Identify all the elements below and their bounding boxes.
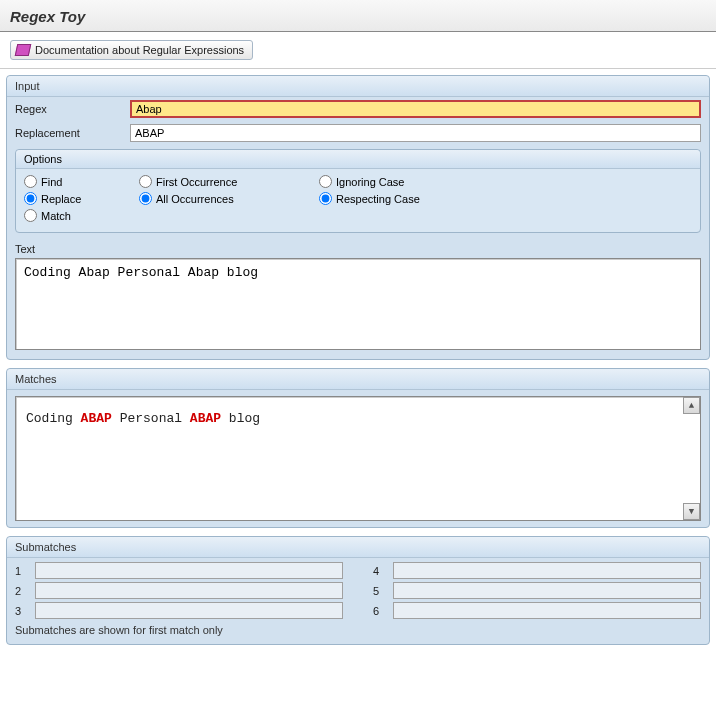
radio-replace[interactable]	[24, 192, 37, 205]
radio-all-occurrences[interactable]	[139, 192, 152, 205]
match-text: blog	[221, 411, 260, 426]
submatch-field-5[interactable]	[393, 582, 701, 599]
input-group: Input Regex Replacement Options FindFirs…	[6, 75, 710, 360]
submatch-num: 6	[373, 605, 393, 617]
scroll-up-button[interactable]: ▲	[683, 397, 700, 414]
radio-label[interactable]: Match	[41, 210, 71, 222]
submatch-num: 2	[15, 585, 35, 597]
submatch-num: 4	[373, 565, 393, 577]
radio-match[interactable]	[24, 209, 37, 222]
submatches-group: Submatches 142536 Submatches are shown f…	[6, 536, 710, 645]
radio-label[interactable]: All Occurrences	[156, 193, 234, 205]
text-label: Text	[7, 233, 709, 258]
match-highlight: ABAP	[190, 411, 221, 426]
book-icon	[15, 43, 31, 57]
input-group-title: Input	[7, 76, 709, 97]
match-text: Coding	[26, 411, 81, 426]
regex-input[interactable]	[130, 100, 701, 118]
toolbar: Documentation about Regular Expressions	[0, 32, 716, 69]
submatch-field-1[interactable]	[35, 562, 343, 579]
match-text: Personal	[112, 411, 190, 426]
radio-first-occurrence[interactable]	[139, 175, 152, 188]
submatch-field-6[interactable]	[393, 602, 701, 619]
submatch-num: 3	[15, 605, 35, 617]
documentation-button[interactable]: Documentation about Regular Expressions	[10, 40, 253, 60]
submatch-field-2[interactable]	[35, 582, 343, 599]
matches-group: Matches ▲ Coding ABAP Personal ABAP blog…	[6, 368, 710, 528]
matches-group-title: Matches	[7, 369, 709, 390]
submatch-num: 5	[373, 585, 393, 597]
submatches-group-title: Submatches	[7, 537, 709, 558]
submatch-field-3[interactable]	[35, 602, 343, 619]
radio-respecting-case[interactable]	[319, 192, 332, 205]
radio-label[interactable]: Respecting Case	[336, 193, 420, 205]
radio-label[interactable]: Find	[41, 176, 62, 188]
text-input[interactable]	[15, 258, 701, 350]
documentation-button-label: Documentation about Regular Expressions	[35, 44, 244, 56]
regex-label: Regex	[15, 103, 130, 115]
radio-label[interactable]: First Occurrence	[156, 176, 237, 188]
matches-output: ▲ Coding ABAP Personal ABAP blog ▼	[15, 396, 701, 521]
scroll-down-button[interactable]: ▼	[683, 503, 700, 520]
radio-label[interactable]: Ignoring Case	[336, 176, 405, 188]
radio-label[interactable]: Replace	[41, 193, 81, 205]
match-highlight: ABAP	[81, 411, 112, 426]
replacement-input[interactable]	[130, 124, 701, 142]
radio-ignoring-case[interactable]	[319, 175, 332, 188]
options-title: Options	[16, 150, 700, 169]
submatch-field-4[interactable]	[393, 562, 701, 579]
options-group: Options FindFirst OccurrenceIgnoring Cas…	[15, 149, 701, 233]
page-title: Regex Toy	[0, 0, 716, 32]
submatch-num: 1	[15, 565, 35, 577]
submatches-note: Submatches are shown for first match onl…	[7, 621, 709, 638]
radio-find[interactable]	[24, 175, 37, 188]
replacement-label: Replacement	[15, 127, 130, 139]
